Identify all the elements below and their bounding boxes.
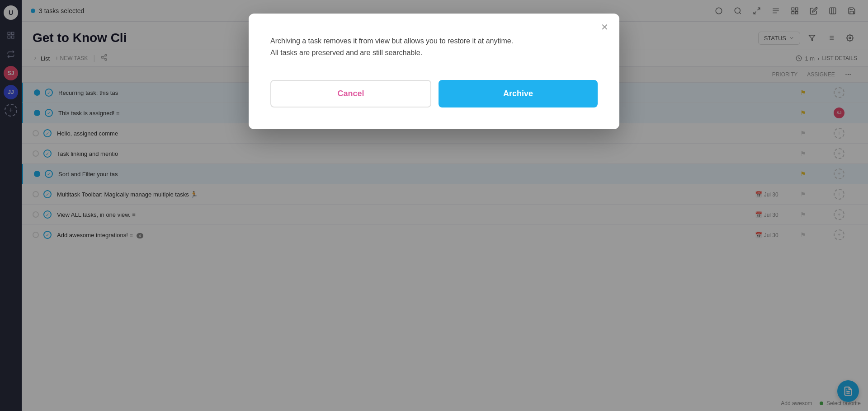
modal-body: Archiving a task removes it from view bu…	[270, 35, 598, 58]
modal-overlay: ✕ Archiving a task removes it from view …	[0, 0, 868, 411]
modal-message: Archiving a task removes it from view bu…	[270, 35, 598, 58]
modal-cancel-button[interactable]: Cancel	[270, 80, 431, 107]
modal-close-button[interactable]: ✕	[601, 23, 609, 32]
archive-modal: ✕ Archiving a task removes it from view …	[249, 14, 619, 129]
modal-actions: Cancel Archive	[270, 80, 598, 107]
modal-archive-button[interactable]: Archive	[439, 80, 598, 107]
